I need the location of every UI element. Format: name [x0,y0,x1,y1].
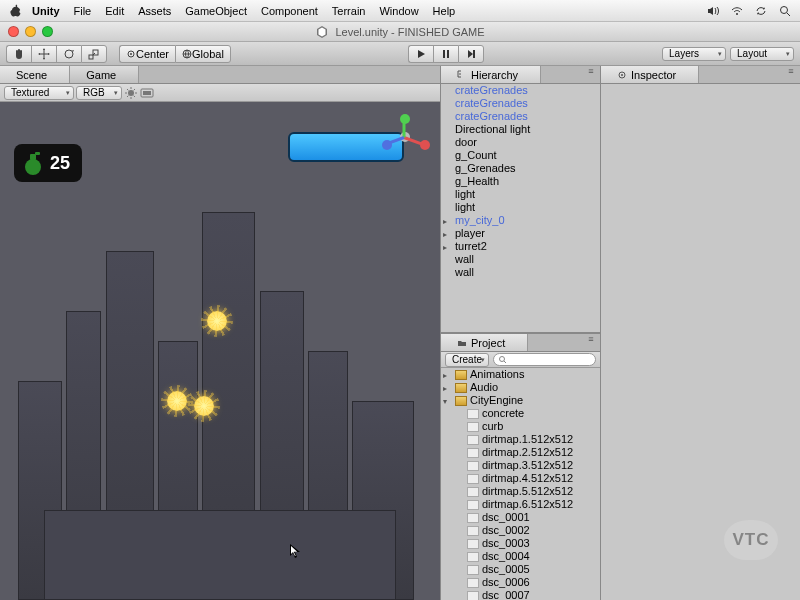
hierarchy-item[interactable]: door [441,136,600,149]
hand-tool-button[interactable] [6,45,31,63]
hierarchy-item[interactable]: ▸my_city_0 [441,214,600,227]
step-button[interactable] [458,45,484,63]
hierarchy-item-label: crateGrenades [455,84,528,96]
project-item[interactable]: dsc_0001 [441,511,600,524]
zoom-icon[interactable] [42,26,53,37]
project-item[interactable]: dsc_0007 [441,589,600,600]
scene-view[interactable]: 25 [0,102,440,600]
inspector-body [601,84,800,600]
create-dropdown[interactable]: Create [445,353,489,367]
file-icon [467,591,479,600]
pause-button[interactable] [433,45,458,63]
window-titlebar[interactable]: Level.unity - FINISHED GAME [0,22,800,42]
project-item[interactable]: dsc_0003 [441,537,600,550]
render-mode-dropdown[interactable]: RGB [76,86,122,100]
space-mode-button[interactable]: Global [175,45,231,63]
menu-terrain[interactable]: Terrain [332,5,366,17]
svg-rect-7 [443,50,445,58]
tab-scene[interactable]: Scene [0,66,70,83]
svg-point-18 [621,74,623,76]
pivot-mode-button[interactable]: Center [119,45,175,63]
project-item[interactable]: dsc_0004 [441,550,600,563]
file-icon [467,448,479,458]
svg-rect-8 [447,50,449,58]
menu-component[interactable]: Component [261,5,318,17]
project-item[interactable]: concrete [441,407,600,420]
menu-gameobject[interactable]: GameObject [185,5,247,17]
project-item[interactable]: dirtmap.3.512x512 [441,459,600,472]
project-item[interactable]: dirtmap.1.512x512 [441,433,600,446]
tab-hierarchy[interactable]: Hierarchy [441,66,541,83]
panel-menu-icon[interactable]: ≡ [586,334,596,351]
menu-help[interactable]: Help [433,5,456,17]
hierarchy-item[interactable]: light [441,201,600,214]
project-item-label: dirtmap.6.512x512 [482,498,573,510]
project-item[interactable]: dirtmap.5.512x512 [441,485,600,498]
hud-grenade-counter: 25 [14,144,82,182]
menu-assets[interactable]: Assets [138,5,171,17]
layout-dropdown[interactable]: Layout [730,47,794,61]
project-item-label: dirtmap.1.512x512 [482,433,573,445]
volume-icon[interactable] [706,4,720,18]
window-traffic-lights[interactable] [8,26,53,37]
sync-icon[interactable] [754,4,768,18]
tab-project[interactable]: Project [441,334,528,351]
hierarchy-item[interactable]: crateGrenades [441,84,600,97]
scene-lighting-toggle[interactable] [124,86,138,100]
hierarchy-item[interactable]: Directional light [441,123,600,136]
panel-menu-icon[interactable]: ≡ [786,66,796,83]
svg-point-0 [736,13,738,15]
tab-inspector[interactable]: Inspector [601,66,699,83]
scene-light-gizmo-icon[interactable] [207,311,227,331]
panel-menu-icon[interactable]: ≡ [586,66,596,83]
layers-dropdown[interactable]: Layers [662,47,726,61]
project-item[interactable]: dirtmap.2.512x512 [441,446,600,459]
scene-light-gizmo-icon[interactable] [167,391,187,411]
project-item[interactable]: dirtmap.6.512x512 [441,498,600,511]
hierarchy-item[interactable]: wall [441,253,600,266]
hierarchy-item[interactable]: crateGrenades [441,110,600,123]
file-icon [467,474,479,484]
project-item[interactable]: curb [441,420,600,433]
hierarchy-item[interactable]: ▸player [441,227,600,240]
hierarchy-item[interactable]: light [441,188,600,201]
project-item[interactable]: dsc_0006 [441,576,600,589]
project-item-label: dsc_0004 [482,550,530,562]
move-tool-button[interactable] [31,45,56,63]
project-search[interactable] [493,353,596,366]
hierarchy-item[interactable]: g_Grenades [441,162,600,175]
minimize-icon[interactable] [25,26,36,37]
menu-file[interactable]: File [74,5,92,17]
hierarchy-item[interactable]: ▸turret2 [441,240,600,253]
project-item[interactable]: dsc_0005 [441,563,600,576]
hierarchy-item[interactable]: crateGrenades [441,97,600,110]
project-item[interactable]: dsc_0002 [441,524,600,537]
folder-icon [455,370,467,380]
play-button[interactable] [408,45,433,63]
svg-rect-15 [35,152,40,155]
hierarchy-item[interactable]: g_Count [441,149,600,162]
apple-menu-icon[interactable] [8,4,22,18]
app-menu[interactable]: Unity [32,5,60,17]
close-icon[interactable] [8,26,19,37]
menu-edit[interactable]: Edit [105,5,124,17]
hierarchy-item[interactable]: wall [441,266,600,279]
menu-window[interactable]: Window [379,5,418,17]
tab-game[interactable]: Game [70,66,139,83]
game-overlay-toggle[interactable] [140,86,154,100]
hierarchy-item-label: g_Count [455,149,497,161]
spotlight-icon[interactable] [778,4,792,18]
project-list[interactable]: ▸Animations▸Audio▾CityEngineconcretecurb… [441,368,600,600]
project-item[interactable]: ▸Audio [441,381,600,394]
hierarchy-list[interactable]: crateGrenadescrateGrenadescrateGrenadesD… [441,84,600,332]
project-item[interactable]: dirtmap.4.512x512 [441,472,600,485]
scene-light-gizmo-icon[interactable] [194,396,214,416]
hierarchy-item[interactable]: g_Health [441,175,600,188]
shading-mode-dropdown[interactable]: Textured [4,86,74,100]
rotate-tool-button[interactable] [56,45,81,63]
scale-tool-button[interactable] [81,45,107,63]
project-item[interactable]: ▸Animations [441,368,600,381]
scene-orientation-gizmo[interactable] [380,112,430,162]
wifi-icon[interactable] [730,4,744,18]
project-item[interactable]: ▾CityEngine [441,394,600,407]
